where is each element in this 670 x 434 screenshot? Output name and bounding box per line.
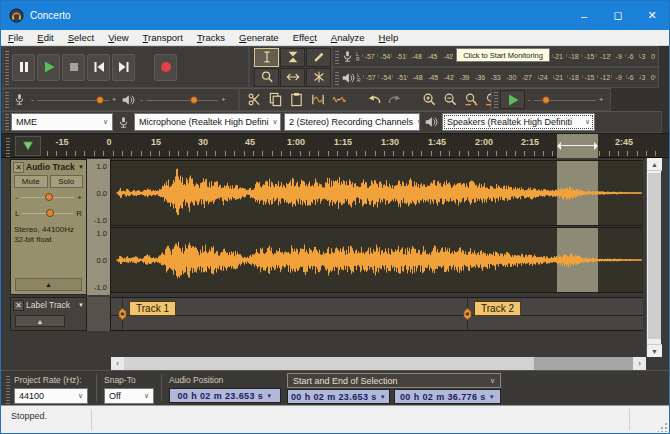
redo-button[interactable] [384,90,405,110]
close-button[interactable]: ✕ [635,1,669,30]
slider-plus-label: + [599,95,604,104]
scroll-right-arrow[interactable]: › [633,357,646,370]
vertical-scrollbar[interactable]: ▲ ▼ [646,158,661,357]
playback-device-dropdown[interactable]: Speakers (Realtek High Definiti∨ [442,113,595,131]
menu-item-effect[interactable]: Effect [286,31,324,44]
horizontal-scrollbar[interactable]: ‹ › [111,357,646,370]
play-button[interactable] [37,54,60,81]
toolbar-grip[interactable] [6,376,10,404]
play-speed-slider[interactable] [534,93,596,107]
audio-position-field[interactable]: 00 h 02 m 23.653 s▼ [169,388,281,403]
label-flag-icon[interactable] [117,307,128,325]
toolbar-grip[interactable] [494,91,498,108]
envelope-tool-button[interactable] [280,48,305,67]
zoom-selection-button[interactable] [461,90,482,110]
toolbar-grip[interactable] [5,91,9,108]
scroll-up-arrow[interactable]: ▲ [647,158,662,171]
project-rate-dropdown[interactable]: 44100∨ [14,388,88,404]
spinner-icon[interactable]: ▼ [489,394,495,400]
copy-button[interactable] [265,90,286,110]
zoom-out-button[interactable] [440,90,461,110]
playback-volume-slider[interactable] [146,93,218,107]
undo-button[interactable] [363,90,384,110]
playback-meter[interactable]: LR -57-54-51-48-45-42-39-36-33-30-27-24-… [332,67,659,88]
skip-to-end-button[interactable] [112,54,135,81]
menu-item-transport[interactable]: Transport [136,31,190,44]
spinner-icon[interactable]: ▼ [380,394,386,400]
paste-button[interactable] [286,90,307,110]
timeline-selection[interactable] [557,134,598,158]
menu-item-file[interactable]: File [1,31,30,44]
close-track-button[interactable]: ✕ [13,162,24,173]
snap-to-dropdown[interactable]: Off∨ [104,388,154,404]
draw-tool-button[interactable] [306,48,331,67]
cut-button[interactable] [244,90,265,110]
spinner-icon[interactable]: ▼ [266,393,272,399]
speaker-icon [424,115,438,129]
pause-button[interactable] [12,54,35,81]
toolbar-grip[interactable] [335,70,339,85]
mute-button[interactable]: Mute [14,175,48,188]
recording-volume-slider[interactable] [37,93,109,107]
selection-start-field[interactable]: 00 h 02 m 23.653 s▼ [287,389,390,404]
toolbar-grip[interactable] [335,49,339,64]
solo-button[interactable]: Solo [50,175,84,188]
scrollbar-thumb[interactable] [124,357,534,370]
meter-scale-label: 0 [651,74,655,81]
toolbar-grip[interactable] [5,49,9,85]
resize-grip[interactable] [658,423,667,432]
selection-end-field[interactable]: 00 h 02 m 36.776 s▼ [394,389,501,404]
menu-item-tracks[interactable]: Tracks [190,31,232,44]
toolbar-grip[interactable] [5,114,9,130]
track-title[interactable]: Label Track [26,300,70,310]
speaker-icon [121,93,135,107]
timeshift-tool-button[interactable] [280,68,305,87]
record-button[interactable] [154,54,177,81]
multi-tool-button[interactable] [306,68,331,87]
waveform-channel-right[interactable] [111,227,643,293]
collapse-track-button[interactable]: ▲ [15,278,82,291]
monitoring-tooltip[interactable]: Click to Start Monitoring [456,48,550,62]
zoom-tool-button[interactable] [254,68,279,87]
zoom-in-button[interactable] [419,90,440,110]
stop-button[interactable] [62,54,85,81]
vertical-ruler[interactable]: 1.0 0.0 -1.0 1.0 0.0 -1.0 [87,159,111,295]
minimize-button[interactable]: – [567,1,601,30]
audacity-window: Concerto – ◻ ✕ FileEditSelectViewTranspo… [0,0,670,434]
pan-slider[interactable] [22,206,73,220]
selection-tool-button[interactable] [254,48,279,67]
skip-to-start-button[interactable] [87,54,110,81]
meter-channel-label: R [356,57,360,62]
timeline-options-button[interactable] [15,136,41,156]
menu-item-help[interactable]: Help [372,31,406,44]
track-label[interactable]: Track 1 [129,301,176,316]
track-title[interactable]: Audio Track [26,162,75,172]
menu-item-edit[interactable]: Edit [30,31,60,44]
menu-item-analyze[interactable]: Analyze [324,31,372,44]
menu-item-select[interactable]: Select [61,31,101,44]
recording-device-dropdown[interactable]: Microphone (Realtek High Defini∨ [134,113,281,131]
recording-channels-dropdown[interactable]: 2 (Stereo) Recording Channels∨ [284,113,420,131]
toolbar-grip[interactable] [6,138,10,157]
track-label[interactable]: Track 2 [474,301,521,316]
silence-button[interactable] [328,90,349,110]
play-at-speed-button[interactable] [500,90,525,109]
scrollbar-thumb[interactable] [648,173,661,339]
maximize-button[interactable]: ◻ [601,1,635,30]
timeline-ruler[interactable]: -1501530451:001:151:301:452:002:152:302:… [1,134,669,158]
track-menu-chevron-icon[interactable]: ▼ [78,164,84,170]
menu-item-generate[interactable]: Generate [232,31,286,44]
scroll-down-arrow[interactable]: ▼ [647,344,662,357]
menu-item-view[interactable]: View [101,31,135,44]
audio-host-dropdown[interactable]: MME∨ [11,113,113,131]
selection-mode-dropdown[interactable]: Start and End of Selection∨ [287,373,501,388]
waveform-channel-left[interactable] [111,160,643,226]
collapse-track-button[interactable]: ▲ [15,315,65,327]
gain-slider[interactable] [21,190,75,204]
trim-button[interactable] [307,90,328,110]
label-track-canvas[interactable]: Track 1Track 2 [111,297,643,331]
close-track-button[interactable]: ✕ [13,300,24,311]
scroll-left-arrow[interactable]: ‹ [111,357,124,370]
label-flag-icon[interactable] [462,307,473,325]
track-menu-chevron-icon[interactable]: ▼ [78,302,84,308]
